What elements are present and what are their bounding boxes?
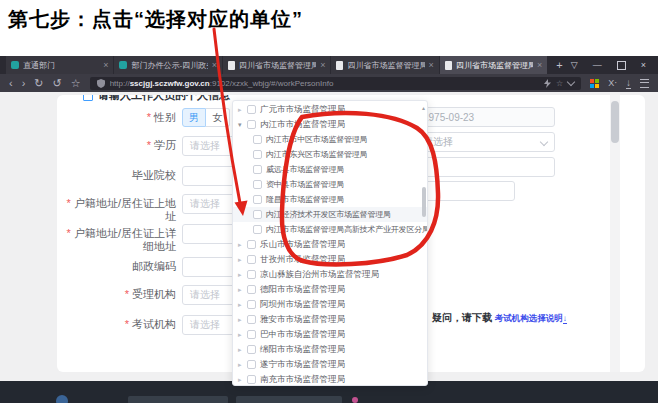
tree-item[interactable]: 遂宁市市场监督管理局 — [233, 357, 427, 372]
menu-icon[interactable] — [640, 79, 649, 88]
history-icon[interactable]: ↺ — [53, 74, 62, 92]
tree-item[interactable]: 广元市市场监督管理局 — [233, 102, 427, 117]
page-scrollbar-thumb[interactable] — [611, 101, 619, 143]
tab-title: 四川省市场监督管理局网上办… — [347, 60, 424, 71]
reload-icon[interactable]: ↻ — [34, 74, 43, 92]
checkbox[interactable] — [247, 255, 256, 264]
browser-tab-5-active[interactable]: 四川省市场监督管理局网上办… × — [440, 56, 547, 74]
checkbox[interactable] — [247, 360, 256, 369]
required-asterisk — [147, 111, 154, 123]
caret-right-icon[interactable] — [238, 361, 247, 369]
tree-item[interactable]: 雅安市市场监督管理局 — [233, 312, 427, 327]
minimize-button[interactable]: — — [593, 60, 602, 70]
forward-icon[interactable]: › — [22, 74, 26, 92]
checkbox[interactable] — [253, 150, 262, 159]
dropdown-scrollbar-thumb[interactable] — [422, 187, 426, 217]
field-label: 户籍地址/居住证上详细地址 — [57, 227, 176, 253]
checkbox[interactable] — [253, 225, 262, 234]
chevron-down-icon[interactable] — [567, 77, 575, 85]
checkbox[interactable] — [253, 165, 262, 174]
tree-item[interactable]: 南充市市场监督管理局 — [233, 372, 427, 386]
close-window-button[interactable]: × — [641, 60, 646, 70]
tree-item[interactable]: 乐山市市场监督管理局 — [233, 237, 427, 252]
caret-right-icon[interactable] — [238, 106, 247, 114]
right-small-field[interactable] — [415, 181, 515, 201]
tree-item[interactable]: 凉山彝族自治州市场监督管理局 — [233, 267, 427, 282]
checkbox[interactable] — [247, 345, 256, 354]
right-text-field[interactable] — [415, 157, 555, 177]
bookmark-star-icon[interactable]: ☆ — [71, 74, 81, 92]
tree-item-child-hovered[interactable]: 内江经济技术开发区市场监督管理局 — [233, 207, 427, 222]
gender-male-button[interactable]: 男 — [182, 108, 206, 127]
checkbox[interactable] — [247, 120, 256, 129]
caret-right-icon[interactable] — [238, 286, 247, 294]
tree-item-child[interactable]: 内江市市场监督管理局高新技术产业开发区分局 — [233, 222, 427, 237]
tree-item[interactable]: 绵阳市市场监督管理局 — [233, 342, 427, 357]
checkbox[interactable] — [247, 105, 256, 114]
back-icon[interactable]: ‹ — [9, 74, 13, 92]
caret-right-icon[interactable] — [238, 256, 247, 264]
caret-down-icon[interactable] — [238, 121, 247, 129]
gender-female-button[interactable]: 女 — [206, 108, 230, 127]
field-label: 考试机构 — [57, 318, 176, 331]
required-asterisk — [125, 318, 132, 330]
caret-right-icon[interactable] — [238, 241, 247, 249]
caret-right-icon[interactable] — [238, 316, 247, 324]
tree-item[interactable]: 阿坝州市场监督管理局 — [233, 297, 427, 312]
maximize-restore-button[interactable] — [617, 61, 626, 70]
url-star-icon[interactable]: ☆ — [556, 79, 563, 88]
taskbar-app-icon[interactable] — [56, 395, 68, 403]
caret-right-icon[interactable] — [238, 346, 247, 354]
tree-item-expanded[interactable]: 内江市市场监督管理局 — [233, 117, 427, 132]
right-select-field[interactable]: 请选择 — [415, 132, 555, 152]
checkbox[interactable] — [253, 135, 262, 144]
checkbox[interactable] — [253, 210, 262, 219]
caret-right-icon[interactable] — [238, 271, 247, 279]
caret-right-icon[interactable] — [238, 331, 247, 339]
caret-right-icon[interactable] — [238, 376, 247, 384]
browser-tab-1[interactable]: 直通部门 × — [6, 56, 113, 74]
browser-toolbar: ‹ › ↻ ↺ ☆ http://sscjgj.sczwfw.gov.cn:91… — [0, 74, 658, 92]
document-favicon — [336, 61, 343, 70]
tree-item-child[interactable]: 隆昌市市场监督管理局 — [233, 192, 427, 207]
funnel-icon[interactable]: ▽ — [571, 60, 578, 70]
caret-right-icon[interactable] — [238, 301, 247, 309]
tree-item-child[interactable]: 内江市市中区市场监督管理局 — [233, 132, 427, 147]
browser-tab-3[interactable]: 四川省市场监督管理局网上办… × — [223, 56, 330, 74]
tree-item-child[interactable]: 资中县市场监督管理局 — [233, 177, 427, 192]
tab-close-icon[interactable]: × — [429, 60, 434, 70]
snip-icon[interactable]: X‧ — [608, 78, 617, 88]
checkbox[interactable] — [253, 180, 262, 189]
checkbox[interactable] — [247, 300, 256, 309]
checkbox[interactable] — [247, 270, 256, 279]
new-tab-button[interactable]: + — [548, 56, 570, 74]
exam-agency-guide-link[interactable]: 考试机构选择说明 — [495, 313, 563, 323]
tree-item[interactable]: 德阳市市场监督管理局 — [233, 282, 427, 297]
taskbar-app-icon[interactable] — [352, 397, 358, 403]
checkbox[interactable] — [247, 375, 256, 384]
url-bar[interactable]: http://sscjgj.sczwfw.gov.cn:9102/xzxk_wb… — [90, 77, 581, 90]
checkbox[interactable] — [247, 285, 256, 294]
tree-item-child[interactable]: 威远县市场监督管理局 — [233, 162, 427, 177]
page-scrollbar[interactable] — [610, 95, 620, 372]
scroll-up-icon[interactable]: ▴ — [422, 104, 425, 111]
tab-close-icon[interactable]: × — [537, 60, 542, 70]
checkbox[interactable] — [247, 240, 256, 249]
tab-close-icon[interactable]: × — [103, 60, 108, 70]
apps-grid-icon[interactable] — [590, 79, 599, 88]
taskbar-window-preview[interactable] — [236, 396, 342, 403]
tab-close-icon[interactable]: × — [212, 60, 217, 70]
browser-tab-2[interactable]: 部门办件公示-四川政务服务… × — [114, 56, 221, 74]
tab-close-icon[interactable]: × — [320, 60, 325, 70]
checkbox[interactable] — [247, 330, 256, 339]
birth-date-field[interactable]: 1975-09-23 — [415, 107, 555, 127]
browser-tab-4[interactable]: 四川省市场监督管理局网上办… × — [331, 56, 438, 74]
lightning-icon[interactable] — [544, 79, 551, 88]
tree-item[interactable]: 巴中市市场监督管理局 — [233, 327, 427, 342]
download-icon[interactable]: ↓ — [626, 78, 631, 89]
tree-item[interactable]: 甘孜州市场监督管理局 — [233, 252, 427, 267]
tree-item-child[interactable]: 内江市东兴区市场监督管理局 — [233, 147, 427, 162]
checkbox[interactable] — [247, 315, 256, 324]
taskbar-window-preview[interactable] — [128, 396, 228, 403]
checkbox[interactable] — [253, 195, 262, 204]
